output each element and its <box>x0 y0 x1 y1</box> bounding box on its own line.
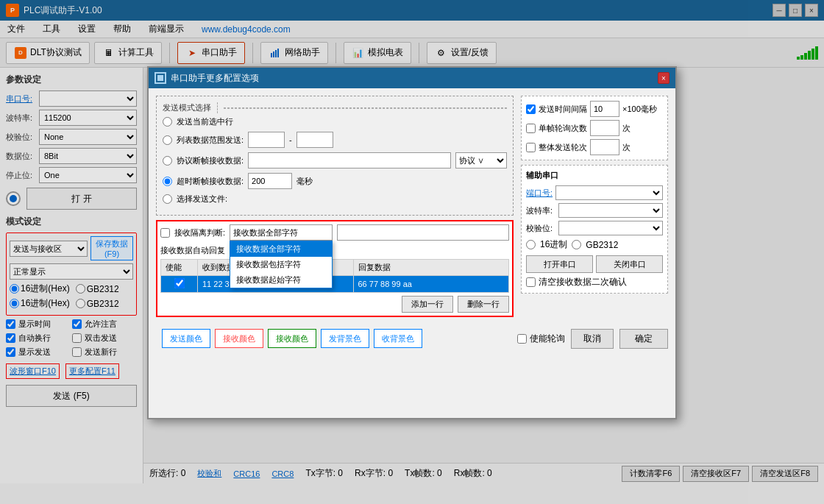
aux-close-button[interactable]: 关闭串口 <box>596 255 663 273</box>
modal-title: 串口助手更多配置选项 <box>171 72 259 85</box>
send-opt-4-row: 超时断帧接收数据: 毫秒 <box>163 173 507 189</box>
del-row-button[interactable]: 删除一行 <box>458 296 509 313</box>
dropdown-opt-3[interactable]: 接收数据起始字符 <box>230 272 332 288</box>
aux-gb-radio[interactable] <box>572 240 581 249</box>
aux-open-button[interactable]: 打开串口 <box>526 255 593 273</box>
aux-encode-row: 16进制 GB2312 <box>526 238 663 251</box>
recv-color-button-1[interactable]: 接收颜色 <box>215 329 263 348</box>
color-buttons-row: 发送颜色 接收颜色 接收颜色 发背景色 收背景色 <box>156 323 428 354</box>
timeout-unit: 毫秒 <box>296 176 313 187</box>
send-mode-row1: 发送模式选择 <box>163 102 507 113</box>
aux-clear-checkbox[interactable] <box>526 277 536 287</box>
interval-checkbox[interactable] <box>526 104 536 114</box>
aux-clear-row: 清空接收数据二次确认 <box>526 276 663 288</box>
send-opt-2-radio[interactable] <box>163 135 172 145</box>
file-radio[interactable] <box>163 194 172 204</box>
dropdown-opt-1[interactable]: 接收数据全部字符 <box>230 241 332 257</box>
receive-judge-input[interactable] <box>337 224 509 241</box>
single-query-unit: 次 <box>622 123 631 134</box>
send-opt-1-radio[interactable] <box>163 117 172 127</box>
recv-color-button-2[interactable]: 接收颜色 <box>268 329 316 348</box>
modal-icon <box>154 72 166 84</box>
send-mode-panel: 发送模式选择 发送当前选中行 列表数据范围发送: <box>156 96 514 216</box>
data-table: 使能 收到数据 回复数据 11 22 33 4 <box>160 259 509 293</box>
aux-port-section: 辅助串口 端口号: 波特率: 校验位: <box>521 165 668 294</box>
modal-dialog: 串口助手更多配置选项 × 发送模式选择 <box>147 66 677 419</box>
aux-hex-radio[interactable] <box>526 240 536 249</box>
receive-section: 接收隔离判断: 接收数据全部字符 接收数据包括字符 接收数据起始字符 接收数据全… <box>156 220 514 317</box>
th-enable: 使能 <box>161 260 198 276</box>
send-bg-button[interactable]: 发背景色 <box>321 329 369 348</box>
send-mode-label: 发送模式选择 <box>163 102 218 113</box>
modal-body: 发送模式选择 发送当前选中行 列表数据范围发送: <box>149 88 675 361</box>
receive-auto-row: 接收数据自动回复 <box>160 245 509 256</box>
enable-poll-checkbox[interactable] <box>517 334 527 344</box>
th-reply: 回复数据 <box>353 260 509 276</box>
aux-port-link[interactable]: 端口号: <box>526 188 553 199</box>
single-query-checkbox[interactable] <box>526 124 536 133</box>
add-row-button[interactable]: 添加一行 <box>402 296 453 313</box>
send-opt-2-row: 列表数据范围发送: - <box>163 132 507 148</box>
receive-judge-label: 接收隔离判断: <box>174 227 225 238</box>
aux-baud-select[interactable] <box>558 203 663 218</box>
aux-title: 辅助串口 <box>526 170 663 181</box>
total-send-checkbox[interactable] <box>526 143 536 152</box>
table-header-row: 使能 收到数据 回复数据 <box>161 260 509 276</box>
total-send-input[interactable] <box>590 139 619 155</box>
total-send-row: 整体发送轮次 次 <box>526 139 663 155</box>
total-send-label: 整体发送轮次 <box>539 142 587 153</box>
total-send-unit: 次 <box>622 142 631 153</box>
send-mode-divider <box>224 107 507 109</box>
send-opt-3-label: 协议断帧接收数据: <box>177 155 244 166</box>
recv-bg-button[interactable]: 收背景色 <box>374 329 422 348</box>
modal-close-button[interactable]: × <box>658 72 670 84</box>
receive-judge-row: 接收隔离判断: 接收数据全部字符 接收数据包括字符 接收数据起始字符 接收数据全… <box>160 224 509 241</box>
aux-port-select[interactable] <box>555 185 663 200</box>
send-opt-1-label: 发送当前选中行 <box>177 116 233 127</box>
single-query-label: 单帧轮询次数 <box>539 123 587 134</box>
send-opt-1-row: 发送当前选中行 <box>163 116 507 127</box>
single-query-row: 单帧轮询次数 次 <box>526 120 663 136</box>
protocol-select[interactable]: 协议 ∨ <box>455 152 507 168</box>
row-enable-checkbox[interactable] <box>174 278 185 288</box>
enable-poll-label: 使能轮询 <box>530 333 565 345</box>
send-opt-4-radio[interactable] <box>163 177 172 186</box>
dropdown-opt-2[interactable]: 接收数据包括字符 <box>230 257 332 272</box>
timeout-input[interactable] <box>248 173 292 189</box>
aux-clear-label: 清空接收数据二次确认 <box>539 276 627 288</box>
modal-content: 发送模式选择 发送当前选中行 列表数据范围发送: <box>156 96 668 317</box>
file-label: 选择发送文件: <box>177 194 227 205</box>
modal-title-left: 串口助手更多配置选项 <box>154 72 259 85</box>
receive-judge-dropdown-list: 接收数据全部字符 接收数据包括字符 接收数据起始字符 <box>230 241 333 288</box>
single-query-input[interactable] <box>590 120 619 136</box>
aux-baud-label: 波特率: <box>526 205 555 216</box>
file-option-row: 选择发送文件: <box>163 194 507 205</box>
receive-judge-checkbox[interactable] <box>160 228 170 238</box>
cancel-button[interactable]: 取消 <box>571 329 614 349</box>
protocol-input[interactable] <box>248 152 451 168</box>
table-row[interactable]: 11 22 33 44 55 66 77 88 99 aa <box>161 276 509 293</box>
send-opt-3-radio[interactable] <box>163 156 172 166</box>
interval-label: 发送时间间隔 <box>539 104 587 115</box>
ok-button[interactable]: 确定 <box>619 329 668 349</box>
send-interval-section: 发送时间间隔 ×100毫秒 单帧轮询次数 次 整体发送轮次 <box>521 96 668 160</box>
interval-value-input[interactable] <box>590 101 619 117</box>
send-color-button[interactable]: 发送颜色 <box>162 329 210 348</box>
send-opt-4-label: 超时断帧接收数据: <box>177 176 244 187</box>
modal-action-row: 使能轮询 取消 确定 <box>517 329 668 349</box>
range-to-input[interactable] <box>296 132 333 148</box>
modal-footer-area: 发送颜色 接收颜色 接收颜色 发背景色 收背景色 使能轮询 取消 确定 <box>156 323 668 354</box>
range-sep: - <box>289 135 292 144</box>
td-enable <box>161 276 198 293</box>
interval-row: 发送时间间隔 ×100毫秒 <box>526 101 663 117</box>
aux-parity-select[interactable] <box>558 221 663 235</box>
aux-hex-label: 16进制 <box>540 238 567 251</box>
aux-port-row: 端口号: <box>526 185 663 200</box>
modal-right: 发送时间间隔 ×100毫秒 单帧轮询次数 次 整体发送轮次 <box>521 96 668 317</box>
aux-btn-row: 打开串口 关闭串口 <box>526 255 663 273</box>
receive-judge-select[interactable]: 接收数据全部字符 接收数据包括字符 接收数据起始字符 <box>230 224 333 241</box>
add-del-row: 添加一行 删除一行 <box>160 296 509 313</box>
aux-gb-label: GB2312 <box>586 240 618 250</box>
table-body: 11 22 33 44 55 66 77 88 99 aa <box>161 276 509 293</box>
range-from-input[interactable] <box>248 132 285 148</box>
